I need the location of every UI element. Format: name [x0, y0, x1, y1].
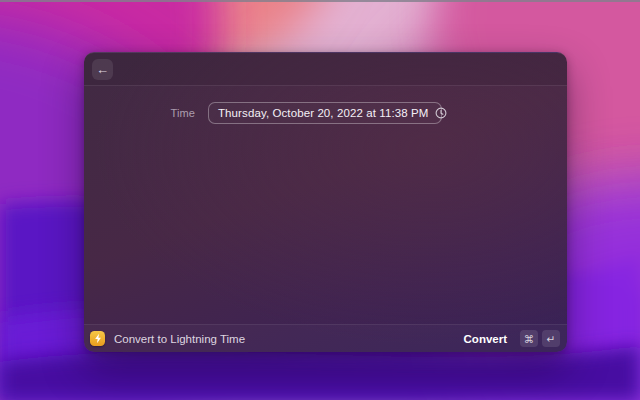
- screen-top-edge: [0, 0, 640, 2]
- command-key-icon[interactable]: ⌘: [520, 330, 538, 347]
- lightning-bolt-icon: [90, 331, 105, 346]
- clock-icon[interactable]: [435, 107, 447, 119]
- header-divider: [84, 85, 567, 86]
- footer-action-label: Convert to Lightning Time: [114, 333, 245, 345]
- window-footer: Convert to Lightning Time Convert ⌘ ↵: [84, 324, 567, 352]
- time-input[interactable]: Thursday, October 20, 2022 at 11:38 PM: [208, 102, 442, 124]
- window-header: ←: [84, 53, 567, 85]
- back-button[interactable]: ←: [92, 59, 113, 80]
- time-form-row: Time Thursday, October 20, 2022 at 11:38…: [84, 102, 567, 124]
- back-arrow-icon: ←: [96, 63, 109, 76]
- return-key-icon[interactable]: ↵: [542, 330, 560, 347]
- window-noise-texture: [84, 53, 567, 352]
- time-input-value: Thursday, October 20, 2022 at 11:38 PM: [218, 107, 429, 119]
- convert-button[interactable]: Convert: [464, 333, 507, 345]
- raycast-window: ← Time Thursday, October 20, 2022 at 11:…: [84, 52, 567, 352]
- time-field-label: Time: [84, 107, 195, 119]
